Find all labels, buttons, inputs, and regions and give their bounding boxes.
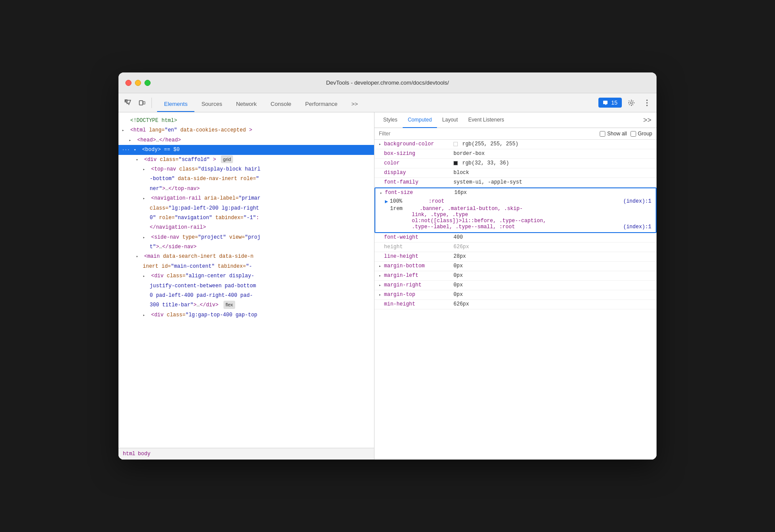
active-arrow: ▶ (385, 198, 388, 205)
dom-line-div-align[interactable]: <div class="align-center display- (118, 271, 374, 281)
subitem-value: 100% (390, 198, 416, 204)
tab-performance[interactable]: Performance (298, 96, 344, 112)
breadcrumb-html[interactable]: html (123, 451, 135, 457)
subitem-row2: link, .type, .type (390, 212, 651, 218)
more-options-button[interactable] (641, 97, 653, 109)
triangle-icon[interactable] (143, 235, 148, 241)
prop-name: margin-right (384, 282, 453, 288)
triangle-icon[interactable] (129, 138, 134, 144)
filter-options: Show all Group (600, 131, 652, 137)
tab-computed[interactable]: Computed (403, 112, 437, 128)
dom-line-div-align4: 300 title-bar">…</div> flex (118, 300, 374, 310)
triangle-icon[interactable] (136, 254, 141, 260)
devtools-window: DevTools - developer.chrome.com/docs/dev… (118, 72, 657, 460)
triangle-icon[interactable] (134, 147, 139, 154)
grid-badge: grid (221, 155, 233, 164)
triangle-icon[interactable] (143, 273, 148, 280)
font-size-subitem-2[interactable]: 1rem .banner, .material-button, .skip- l… (385, 205, 651, 230)
prop-value: 0px (453, 282, 652, 288)
dom-line-html[interactable]: <html lang="en" data-cookies-accepted > (118, 125, 374, 135)
tab-elements[interactable]: Elements (157, 96, 194, 112)
expand-icon[interactable] (380, 191, 385, 196)
prop-margin-left[interactable]: margin-left 0px (374, 271, 657, 281)
prop-font-family[interactable]: font-family system-ui, -apple-syst (374, 178, 657, 187)
prop-background-color[interactable]: background-color rgb(255, 255, 255) (374, 140, 657, 149)
tab-network[interactable]: Network (229, 96, 264, 112)
prop-height[interactable]: height 626px (374, 243, 657, 252)
filter-bar: Show all Group (374, 128, 657, 140)
prop-margin-bottom[interactable]: margin-bottom 0px (374, 262, 657, 271)
expand-icon[interactable] (379, 142, 384, 147)
prop-box-sizing[interactable]: box-sizing border-box (374, 149, 657, 159)
show-all-checkbox[interactable]: Show all (600, 131, 627, 137)
maximize-button[interactable] (144, 80, 151, 86)
subitem-row4: .type--label, .type--small, :root (index… (390, 224, 651, 230)
doctype-text: <!DOCTYPE html> (130, 118, 177, 124)
dom-line-doctype[interactable]: <!DOCTYPE html> (118, 116, 374, 125)
prop-name: font-family (384, 179, 453, 185)
triangle-icon[interactable] (143, 196, 148, 202)
prop-name: margin-left (384, 273, 453, 279)
prop-name: font-size (385, 190, 454, 196)
svg-rect-1 (139, 101, 143, 105)
traffic-lights (125, 80, 151, 86)
close-button[interactable] (125, 80, 131, 86)
prop-name: background-color (384, 141, 453, 147)
prop-font-weight[interactable]: font-weight 400 (374, 233, 657, 243)
dom-line-div-align3: 0 pad-left-400 pad-right-400 pad- (118, 291, 374, 300)
tab-event-listeners[interactable]: Event Listeners (463, 112, 509, 128)
show-all-label: Show all (607, 131, 627, 137)
font-size-subitems: ▶ 100% :root (index):1 (375, 197, 656, 232)
expand-icon[interactable] (379, 264, 384, 269)
tab-sources[interactable]: Sources (194, 96, 229, 112)
breadcrumb: html body (118, 448, 374, 460)
show-all-input[interactable] (600, 131, 605, 137)
inspect-element-button[interactable] (122, 97, 134, 109)
expand-icon[interactable] (379, 283, 384, 288)
dom-line-head[interactable]: <head>…</head> (118, 135, 374, 145)
svg-point-5 (647, 99, 648, 101)
notifications-badge[interactable]: 15 (598, 98, 622, 108)
triangle-icon[interactable] (143, 167, 148, 173)
tab-more[interactable]: >> (345, 96, 365, 112)
prop-value: 626px (453, 301, 652, 307)
group-checkbox[interactable]: Group (631, 131, 652, 137)
device-toolbar-button[interactable] (136, 97, 148, 109)
font-size-subitem-1[interactable]: ▶ 100% :root (index):1 (385, 198, 651, 205)
dom-line-main[interactable]: <main data-search-inert data-side-n (118, 252, 374, 261)
dom-line-body[interactable]: ··· <body> == $0 (118, 145, 374, 154)
styles-more-button[interactable]: >> (641, 116, 653, 124)
filter-input[interactable] (379, 131, 414, 137)
html-tag: <html (130, 127, 149, 133)
dom-line-scaffold[interactable]: <div class="scaffold" > grid (118, 155, 374, 164)
prop-display[interactable]: display block (374, 168, 657, 178)
triangle-icon[interactable] (136, 157, 141, 164)
dom-line-topnav[interactable]: <top-nav class="display-block hairl (118, 164, 374, 174)
prop-line-height[interactable]: line-height 28px (374, 252, 657, 262)
font-size-header[interactable]: font-size 16px (375, 188, 656, 197)
triangle-icon[interactable] (143, 312, 148, 319)
dom-line-navrail[interactable]: <navigation-rail aria-label="primar (118, 194, 374, 203)
triangle-icon[interactable] (122, 128, 127, 134)
prop-margin-right[interactable]: margin-right 0px (374, 281, 657, 290)
prop-name: color (384, 160, 453, 166)
prop-min-height[interactable]: min-height 626px (374, 300, 657, 309)
expand-icon[interactable] (379, 273, 384, 278)
dom-line-div-align2: justify-content-between pad-bottom (118, 281, 374, 291)
devtools-body: <!DOCTYPE html> <html lang="en" data-coo… (118, 112, 657, 460)
breadcrumb-body[interactable]: body (138, 451, 151, 457)
settings-button[interactable] (625, 97, 637, 109)
tab-styles[interactable]: Styles (378, 112, 403, 128)
tab-console[interactable]: Console (264, 96, 299, 112)
minimize-button[interactable] (135, 80, 141, 86)
toolbar-right: 15 (598, 97, 653, 109)
prop-color[interactable]: color rgb(32, 33, 36) (374, 159, 657, 168)
tab-layout[interactable]: Layout (437, 112, 463, 128)
prop-margin-top[interactable]: margin-top 0px (374, 290, 657, 300)
subitem-row1: 1rem .banner, .material-button, .skip- (390, 206, 651, 212)
expand-icon[interactable] (379, 292, 384, 297)
group-input[interactable] (631, 131, 636, 137)
dom-line-sidenav[interactable]: <side-nav type="project" view="proj (118, 233, 374, 242)
dom-line-div-gap[interactable]: <div class="lg:gap-top-400 gap-top (118, 310, 374, 320)
svg-marker-4 (605, 104, 607, 105)
